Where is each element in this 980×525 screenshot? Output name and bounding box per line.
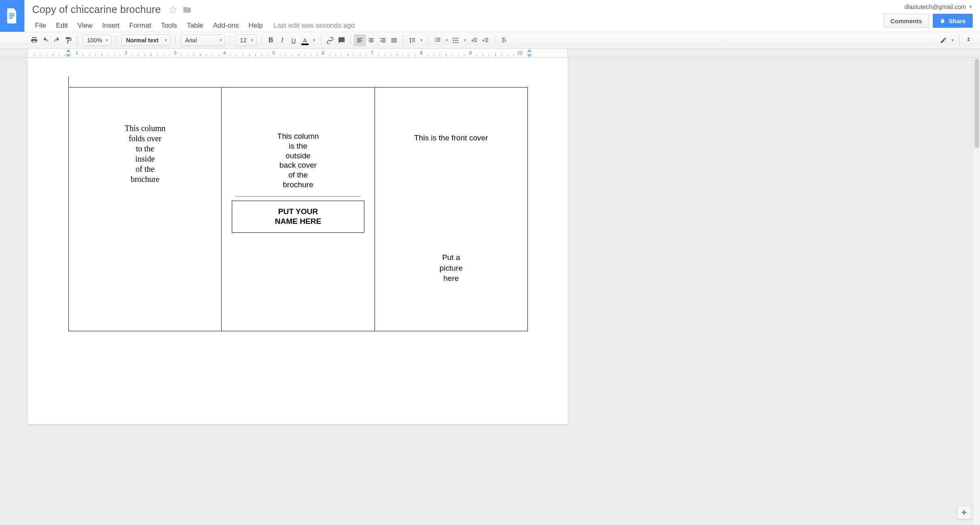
bulleted-list-caret[interactable]: ▼ [462,35,468,46]
menu-format[interactable]: Format [124,20,156,31]
chevron-down-icon: ▼ [164,38,168,42]
toolbar: 100% ▼ Normal text ▼ Arial ▼ 12 ▼ B I U … [0,32,980,49]
align-center-button[interactable] [366,35,377,46]
move-to-folder-icon[interactable] [183,5,192,14]
align-right-button[interactable] [377,35,388,46]
left-indent-marker[interactable] [66,54,71,57]
menu-addons[interactable]: Add-ons [208,20,244,31]
text-color-swatch [301,44,309,45]
menu-file[interactable]: File [30,20,51,31]
zoom-select[interactable]: 100% ▼ [83,35,111,46]
font-family-value: Arial [185,37,197,44]
svg-rect-1 [9,15,15,17]
underline-button[interactable]: U [288,35,299,46]
horizontal-ruler[interactable]: 12345678910 [0,49,980,58]
editing-mode-button[interactable] [938,35,949,46]
document-title[interactable]: Copy of chiccarine brochure [30,2,163,17]
insert-comment-button[interactable] [336,35,347,46]
right-indent-marker-top[interactable] [527,49,532,52]
align-justify-button[interactable] [388,35,400,46]
toolbar-separator [321,35,321,46]
document-canvas[interactable]: This column folds over to the inside of … [0,58,980,525]
name-box-line: PUT YOUR [235,207,361,217]
col3-picture-text[interactable]: Put a picture here [440,252,463,284]
toolbar-separator [959,35,960,46]
redo-button[interactable] [51,35,63,46]
font-family-select[interactable]: Arial ▼ [181,35,225,46]
brochure-col-1[interactable]: This column folds over to the inside of … [69,88,222,331]
increase-indent-button[interactable] [480,35,491,46]
first-line-indent-marker[interactable] [66,49,71,52]
col2-line: of the [277,170,319,180]
col3-picture-line: here [440,273,463,284]
account-switcher[interactable]: dlastutech@gmail.com ▼ [904,3,973,10]
chevron-down-icon: ▼ [105,38,109,42]
menu-insert[interactable]: Insert [97,20,124,31]
toolbar-separator [77,35,78,46]
numbered-list-caret[interactable]: ▼ [443,35,450,46]
account-block: dlastutech@gmail.com ▼ Comments Share [880,0,980,32]
numbered-list-button[interactable] [432,35,443,46]
share-button-label: Share [949,18,966,24]
docs-document-icon [6,8,18,24]
docs-logo[interactable] [0,0,24,32]
star-icon[interactable] [169,6,177,14]
col1-text[interactable]: This column folds over to the inside of … [124,123,166,184]
title-block: Copy of chiccarine brochure File Edit Vi… [24,0,880,32]
header-buttons: Comments Share [884,14,973,28]
italic-button[interactable]: I [277,35,288,46]
paragraph-style-select[interactable]: Normal text ▼ [122,35,170,46]
col3-picture-line: Put a [440,252,463,263]
hide-menus-button[interactable] [963,35,974,46]
editing-mode-caret[interactable]: ▼ [949,35,956,46]
col2-text[interactable]: This column is the outside back cover of… [277,131,319,190]
right-indent-marker[interactable] [527,54,532,57]
paragraph-style-value: Normal text [126,37,159,44]
share-button[interactable]: Share [933,14,973,28]
col1-line: This column [124,123,166,133]
brochure-col-3[interactable]: This is the front cover Put a picture he… [375,88,527,331]
bulleted-list-button[interactable] [450,35,462,46]
menu-tools[interactable]: Tools [156,20,182,31]
col1-line: inside [124,154,166,164]
line-spacing-caret[interactable]: ▼ [418,35,425,46]
vertical-scroll-thumb[interactable] [975,59,979,148]
paint-format-button[interactable] [63,35,74,46]
name-box-line: NAME HERE [235,217,361,227]
toolbar-separator [403,35,403,46]
toolbar-separator [494,35,495,46]
text-color-caret[interactable]: ▼ [311,35,318,46]
insert-link-button[interactable] [324,35,336,46]
docs-header: Copy of chiccarine brochure File Edit Vi… [0,0,980,32]
name-box[interactable]: PUT YOUR NAME HERE [232,201,364,233]
col3-picture-line: picture [440,263,463,273]
undo-button[interactable] [40,35,51,46]
chevron-down-icon: ▼ [969,4,973,9]
menu-edit[interactable]: Edit [51,20,72,31]
chevron-down-icon: ▼ [250,38,254,42]
font-size-select[interactable]: 12 ▼ [235,35,257,46]
title-row: Copy of chiccarine brochure [30,0,880,17]
bold-button[interactable]: B [265,35,277,46]
col3-front-cover-text[interactable]: This is the front cover [414,133,488,142]
brochure-table[interactable]: This column folds over to the inside of … [68,87,528,331]
svg-point-4 [453,40,454,41]
toolbar-separator [230,35,231,46]
clear-formatting-button[interactable]: Tx [498,35,510,46]
menu-view[interactable]: View [73,20,98,31]
col2-line: back cover [277,160,319,170]
comments-button[interactable]: Comments [884,14,929,28]
menu-table[interactable]: Table [182,20,208,31]
line-spacing-button[interactable] [407,35,418,46]
vertical-scrollbar[interactable] [973,58,980,525]
menu-help[interactable]: Help [244,20,268,31]
brochure-col-2[interactable]: This column is the outside back cover of… [222,88,375,331]
align-left-button[interactable] [354,35,366,46]
text-color-button[interactable]: A [299,35,311,46]
explore-button[interactable] [957,505,971,519]
toolbar-separator [116,35,117,46]
page[interactable]: This column folds over to the inside of … [28,58,568,424]
print-button[interactable] [28,35,40,46]
decrease-indent-button[interactable] [468,35,480,46]
last-edit-text[interactable]: Last edit was seconds ago [268,22,355,30]
